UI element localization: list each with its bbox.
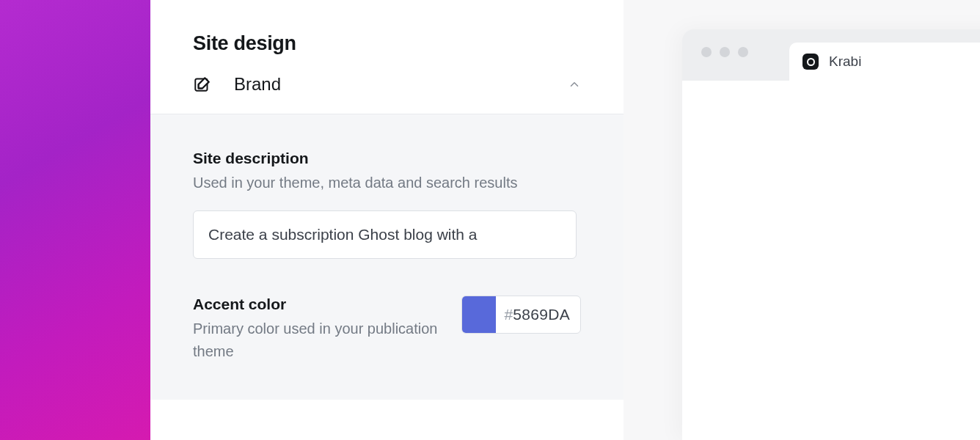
- browser-tab-title: Krabi: [829, 54, 861, 70]
- brand-settings-body: Site description Used in your theme, met…: [150, 114, 624, 400]
- design-settings-panel: Site design Brand Site description Used …: [150, 0, 624, 440]
- window-maximize-dot: [738, 47, 748, 57]
- preview-area: Krabi: [624, 0, 980, 440]
- edit-icon: [193, 75, 212, 94]
- site-description-help: Used in your theme, meta data and search…: [193, 172, 581, 194]
- window-minimize-dot: [720, 47, 730, 57]
- brand-section-toggle[interactable]: Brand: [150, 55, 624, 114]
- hash-symbol: #: [496, 306, 513, 323]
- window-close-dot: [701, 47, 712, 57]
- window-controls: [701, 47, 748, 57]
- page-title: Site design: [193, 32, 581, 55]
- browser-viewport: [682, 81, 980, 440]
- panel-header: Site design: [150, 0, 624, 55]
- color-swatch[interactable]: [462, 296, 496, 334]
- app-sidebar-background: [0, 0, 150, 440]
- site-description-input[interactable]: [193, 210, 577, 259]
- accent-color-labels: Accent color Primary color used in your …: [193, 296, 461, 363]
- site-description-title: Site description: [193, 150, 581, 167]
- accent-color-title: Accent color: [193, 296, 447, 313]
- brand-section-label: Brand: [234, 74, 281, 95]
- browser-preview: Krabi: [682, 29, 980, 440]
- favicon-icon: [802, 54, 819, 70]
- accent-color-row: Accent color Primary color used in your …: [193, 296, 581, 363]
- accent-color-picker[interactable]: # 5869DA: [461, 296, 581, 334]
- accent-color-help: Primary color used in your publication t…: [193, 318, 447, 363]
- accent-color-hex[interactable]: 5869DA: [513, 306, 580, 323]
- chevron-up-icon: [568, 78, 581, 91]
- browser-tab[interactable]: Krabi: [789, 43, 980, 81]
